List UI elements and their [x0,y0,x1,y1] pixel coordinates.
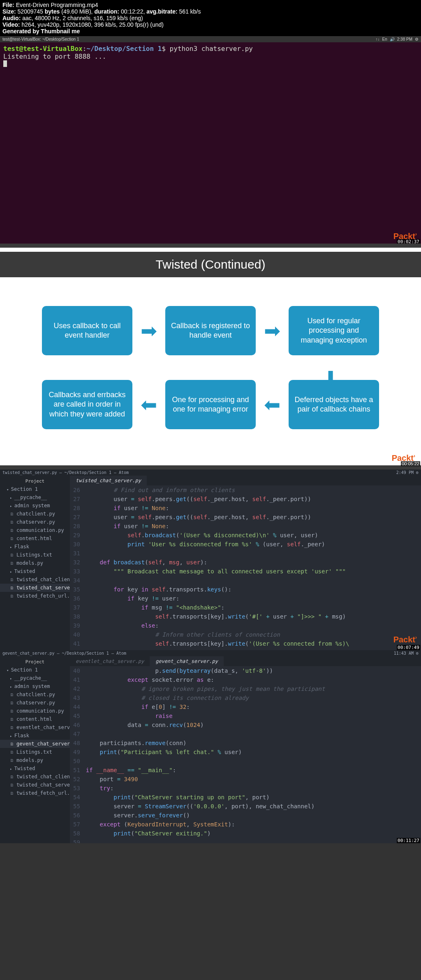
editor-tabs: twisted_chat_server.py [70,476,421,485]
sidebar-file[interactable]: twisted_chat_client.py [0,575,70,584]
sidebar-folder[interactable]: __pycache__ [0,493,70,502]
sidebar-folder[interactable]: Twisted [0,567,70,575]
code-lines[interactable]: p.send(bytearray(data_s, 'utf-8')) excep… [86,666,421,843]
sidebar-folder[interactable]: __pycache__ [0,674,70,682]
sidebar-file[interactable]: models.py [0,756,70,764]
video-timestamp: 00:11:27 [397,838,420,843]
sidebar-file[interactable]: eventlet_chat_server.py [0,723,70,732]
sidebar-file[interactable]: twisted_fetch_url.py [0,789,70,797]
code-editor[interactable]: 4041424344454647484950515253545556575859… [70,666,421,843]
code-lines[interactable]: # Find out and inform other clients user… [86,485,421,675]
arrow-right-icon: ➡ [264,319,280,342]
sidebar-file[interactable]: communication.py [0,526,70,534]
terminal-title: test@test-VirtualBox: ~/Desktop/Section … [2,37,79,41]
sidebar-file[interactable]: chatserver.py [0,518,70,526]
sidebar-file[interactable]: twisted_chat_server.py [0,781,70,789]
video-timestamp: 00:07:49 [397,645,420,650]
sidebar-file[interactable]: content.html [0,534,70,543]
gutter: 2627282728293031323334353637383940414243… [70,485,86,675]
terminal[interactable]: test@test-VirtualBox:~/Desktop/Section 1… [0,42,421,244]
slide-box-4: Callbacks and errbacks are called in ord… [42,380,132,429]
sidebar-folder[interactable]: Flask [0,732,70,740]
sidebar-file[interactable]: chatclient.py [0,690,70,699]
project-sidebar[interactable]: Project Section 1 __pycache__ admin syst… [0,656,70,843]
sidebar-file[interactable]: chatserver.py [0,699,70,707]
atom-titlebar: gevent_chat_server.py — ~/Desktop/Sectio… [0,650,421,656]
arrow-down-icon: ⬇ [322,367,339,390]
slide-box-3: Used for regular processing and managing… [289,306,379,355]
tab-inactive[interactable]: eventlet_chat_server.py [70,656,150,666]
video-timestamp: 00:05:22 [401,461,420,466]
sidebar-folder[interactable]: Twisted [0,764,70,773]
atom-titlebar: twisted_chat_server.py — ~/Desktop/Secti… [0,469,421,476]
arrow-left-icon: ⬅ [264,393,280,416]
sidebar-file-active[interactable]: gevent_chat_server.py [0,740,70,748]
sidebar-file[interactable]: Listings.txt [0,748,70,756]
slide: Twisted (Continued) Uses callback to cal… [0,248,421,465]
atom-editor-2: gevent_chat_server.py — ~/Desktop/Sectio… [0,650,421,843]
slide-box-5: One for processing and one for managing … [165,380,256,429]
sidebar-file[interactable]: chatclient.py [0,510,70,518]
slide-title: Twisted (Continued) [0,252,421,277]
slide-box-2: Callback is registered to handle event [165,306,256,355]
prompt-path: ~/Desktop/Section 1 [86,45,162,53]
sidebar-file[interactable]: content.html [0,715,70,723]
thumbnail-header: File: Event-Driven Programming.mp4 Size:… [0,0,421,36]
sidebar-file-active[interactable]: twisted_chat_server.py [0,584,70,592]
clock: 11:43 AM [394,651,414,656]
clock: 2:49 PM [396,470,414,475]
gear-icon: ⚙ [415,37,419,41]
sidebar-root[interactable]: Section 1 [0,485,70,493]
sidebar-file[interactable]: twisted_fetch_url.py [0,592,70,600]
sidebar-file[interactable]: twisted_chat_client.py [0,773,70,781]
sidebar-root[interactable]: Section 1 [0,666,70,674]
sidebar-file[interactable]: Listings.txt [0,551,70,559]
terminal-cursor [3,60,7,67]
sidebar-file[interactable]: communication.py [0,707,70,715]
network-icon: ↑↓ [376,37,380,41]
terminal-output: Listening to port 8888 ... [3,53,418,60]
gutter: 4041424344454647484950515253545556575859 [70,666,86,843]
slide-box-1: Uses callback to call event handler [42,306,132,355]
system-tray: ↑↓ En 🔊 2:38 PM ⚙ [376,37,419,41]
arrow-left-icon: ⬅ [141,393,157,416]
arrow-right-icon: ➡ [141,319,157,342]
sidebar-folder[interactable]: admin system [0,682,70,690]
packt-logo: Packt› [393,635,417,644]
keyboard-icon: En [382,37,387,41]
atom-editor-1: twisted_chat_server.py — ~/Desktop/Secti… [0,469,421,650]
sidebar-folder[interactable]: admin system [0,502,70,510]
sound-icon: 🔊 [390,37,395,41]
tab-active[interactable]: gevent_chat_server.py [150,656,224,666]
terminal-thumbnail: test@test-VirtualBox: ~/Desktop/Section … [0,36,421,244]
terminal-titlebar: test@test-VirtualBox: ~/Desktop/Section … [0,36,421,42]
prompt-user: test@test-VirtualBox [3,45,83,53]
slide-thumbnail: Twisted (Continued) Uses callback to cal… [0,244,421,469]
project-sidebar[interactable]: Project Section 1 __pycache__ admin syst… [0,476,70,675]
terminal-command: python3 chatserver.py [170,45,253,53]
editor-tabs: eventlet_chat_server.py gevent_chat_serv… [70,656,421,666]
clock: 2:38 PM [397,37,412,41]
tab-active[interactable]: twisted_chat_server.py [70,476,147,485]
sidebar-file[interactable]: models.py [0,559,70,567]
code-editor[interactable]: 2627282728293031323334353637383940414243… [70,485,421,675]
sidebar-folder[interactable]: Flask [0,543,70,551]
